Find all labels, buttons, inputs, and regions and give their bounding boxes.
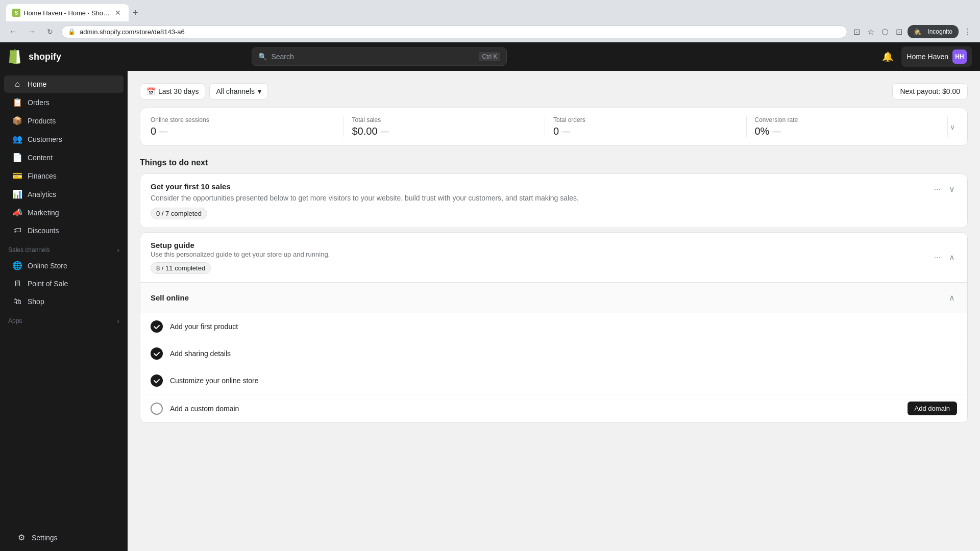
sidebar-item-orders[interactable]: 📋 Orders xyxy=(4,93,124,111)
checklist-item-customize-store[interactable]: Customize your online store xyxy=(140,367,967,394)
total-orders-stat: Total orders 0 — xyxy=(545,116,747,137)
sidebar-item-settings[interactable]: ⚙ Settings xyxy=(8,529,128,546)
search-bar[interactable]: 🔍 Search Ctrl K xyxy=(252,47,507,66)
sidebar-label-settings: Settings xyxy=(32,534,58,542)
checklist-item-add-product[interactable]: Add your first product xyxy=(140,313,967,340)
notifications-bell[interactable]: 🔔 xyxy=(880,49,895,64)
sidebar-label-orders: Orders xyxy=(28,98,50,107)
sell-online-collapse-button[interactable]: ∧ xyxy=(947,291,957,305)
sidebar-item-products[interactable]: 📦 Products xyxy=(4,112,124,130)
shopify-logo[interactable]: shopify xyxy=(8,48,61,65)
active-browser-tab[interactable]: S Home Haven - Home · Shopify ✕ xyxy=(6,4,129,21)
search-icon: 🔍 xyxy=(258,53,267,61)
finances-icon: 💳 xyxy=(12,171,22,181)
discounts-icon: 🏷 xyxy=(12,226,22,235)
sales-dash: — xyxy=(381,127,389,136)
online-sessions-value: 0 — xyxy=(151,126,335,137)
top-nav-right: 🔔 Home Haven HH xyxy=(880,46,972,67)
bookmark-icon[interactable]: ☆ xyxy=(865,25,876,39)
tab-favicon: S xyxy=(12,9,20,17)
orders-dash: — xyxy=(562,127,570,136)
next-payout-button[interactable]: Next payout: $0.00 xyxy=(892,83,968,99)
online-store-icon: 🌐 xyxy=(12,261,22,270)
conversion-rate-label: Conversion rate xyxy=(755,116,940,123)
sidebar-item-marketing[interactable]: 📣 Marketing xyxy=(4,204,124,221)
sidebar-item-content[interactable]: 📄 Content xyxy=(4,148,124,166)
sidebar-item-analytics[interactable]: 📊 Analytics xyxy=(4,185,124,203)
extensions-icon[interactable]: ⬡ xyxy=(879,25,891,39)
sidebar-label-shop: Shop xyxy=(28,297,44,306)
setup-guide-progress-badge: 8 / 11 completed xyxy=(151,262,211,274)
content-icon: 📄 xyxy=(12,153,22,162)
setup-guide-more-button[interactable]: ··· xyxy=(932,251,943,264)
online-sessions-stat: Online store sessions 0 — xyxy=(151,116,344,137)
home-icon: ⌂ xyxy=(12,80,22,89)
browser-chrome: S Home Haven - Home · Shopify ✕ + xyxy=(0,0,980,21)
first-sales-header: Get your first 10 sales Consider the opp… xyxy=(140,174,967,228)
sidebar-item-customers[interactable]: 👥 Customers xyxy=(4,130,124,148)
content-area: 📅 Last 30 days All channels ▾ Next payou… xyxy=(128,71,980,551)
back-button[interactable]: ← xyxy=(6,24,20,39)
new-tab-button[interactable]: + xyxy=(130,5,141,21)
products-icon: 📦 xyxy=(12,116,22,126)
sidebar-item-discounts[interactable]: 🏷 Discounts xyxy=(4,222,124,239)
apps-expand-icon[interactable]: › xyxy=(117,317,119,325)
marketing-icon: 📣 xyxy=(12,208,22,217)
sell-online-section-header[interactable]: Sell online ∧ xyxy=(140,282,967,313)
check-circle-empty-add-domain xyxy=(151,403,163,415)
incognito-icon: 🕵 xyxy=(912,26,923,37)
sidebar-item-point-of-sale[interactable]: 🖥 Point of Sale xyxy=(4,275,124,292)
first-sales-desc: Consider the opportunities presented bel… xyxy=(151,193,926,204)
channel-filter-button[interactable]: All channels ▾ xyxy=(209,83,268,99)
checklist-item-add-domain[interactable]: Add a custom domain Add domain xyxy=(140,394,967,422)
first-sales-more-button[interactable]: ··· xyxy=(932,183,943,196)
store-button[interactable]: Home Haven HH xyxy=(901,46,972,67)
incognito-badge: 🕵 Incognito xyxy=(908,25,959,38)
sidebar-label-analytics: Analytics xyxy=(28,190,56,198)
stats-card: Online store sessions 0 — Total sales $0… xyxy=(140,108,968,146)
first-sales-progress-badge: 0 / 7 completed xyxy=(151,208,207,219)
date-range-label: Last 30 days xyxy=(158,87,199,95)
first-sales-title: Get your first 10 sales xyxy=(151,182,926,191)
setup-guide-title: Setup guide xyxy=(151,241,330,249)
menu-icon[interactable]: ⋮ xyxy=(962,25,974,39)
orders-icon: 📋 xyxy=(12,97,22,107)
add-domain-button[interactable]: Add domain xyxy=(908,402,957,415)
check-circle-customize-store xyxy=(151,374,163,387)
first-sales-collapse-button[interactable]: ∨ xyxy=(947,182,957,196)
browser-tabs: S Home Haven - Home · Shopify ✕ + xyxy=(6,4,974,21)
setup-guide-desc: Use this personalized guide to get your … xyxy=(151,251,330,258)
browser-right-icons: ⊡ ☆ ⬡ ⊡ 🕵 Incognito ⋮ xyxy=(851,25,974,39)
sidebar-item-online-store[interactable]: 🌐 Online Store xyxy=(4,257,124,274)
address-bar[interactable]: 🔒 admin.shopify.com/store/de8143-a6 xyxy=(61,26,847,38)
main-layout: ⌂ Home 📋 Orders 📦 Products 👥 Customers 📄… xyxy=(0,71,980,551)
logo-text: shopify xyxy=(29,52,61,62)
reload-button[interactable]: ↻ xyxy=(43,24,57,39)
sidebar-item-home[interactable]: ⌂ Home xyxy=(4,76,124,93)
address-text: admin.shopify.com/store/de8143-a6 xyxy=(80,28,841,36)
total-sales-label: Total sales xyxy=(352,116,537,123)
tab-title: Home Haven - Home · Shopify xyxy=(23,9,110,17)
search-shortcut: Ctrl K xyxy=(479,52,500,61)
customers-icon: 👥 xyxy=(12,134,22,144)
shop-icon: 🛍 xyxy=(12,297,22,306)
profile-icon[interactable]: ⊡ xyxy=(894,25,904,39)
checklist-label-add-sharing: Add sharing details xyxy=(170,349,231,358)
tab-close-button[interactable]: ✕ xyxy=(113,8,122,17)
cast-icon[interactable]: ⊡ xyxy=(851,25,862,39)
calendar-icon: 📅 xyxy=(146,87,155,95)
setup-guide-header[interactable]: Setup guide Use this personalized guide … xyxy=(140,233,967,282)
browser-toolbar: ← → ↻ 🔒 admin.shopify.com/store/de8143-a… xyxy=(0,21,980,42)
forward-button[interactable]: → xyxy=(24,24,39,39)
sidebar-item-shop[interactable]: 🛍 Shop xyxy=(4,293,124,310)
stats-expand-button[interactable]: ∨ xyxy=(948,121,957,133)
date-range-button[interactable]: 📅 Last 30 days xyxy=(140,83,205,99)
setup-guide-collapse-button[interactable]: ∧ xyxy=(947,251,957,264)
checklist-item-add-sharing[interactable]: Add sharing details xyxy=(140,340,967,367)
online-sessions-label: Online store sessions xyxy=(151,116,335,123)
sessions-dash: — xyxy=(159,127,167,136)
sales-channels-expand-icon[interactable]: › xyxy=(117,246,119,254)
sidebar-item-finances[interactable]: 💳 Finances xyxy=(4,167,124,185)
sell-online-title: Sell online xyxy=(151,293,189,302)
add-domain-action: Add domain xyxy=(908,402,957,415)
